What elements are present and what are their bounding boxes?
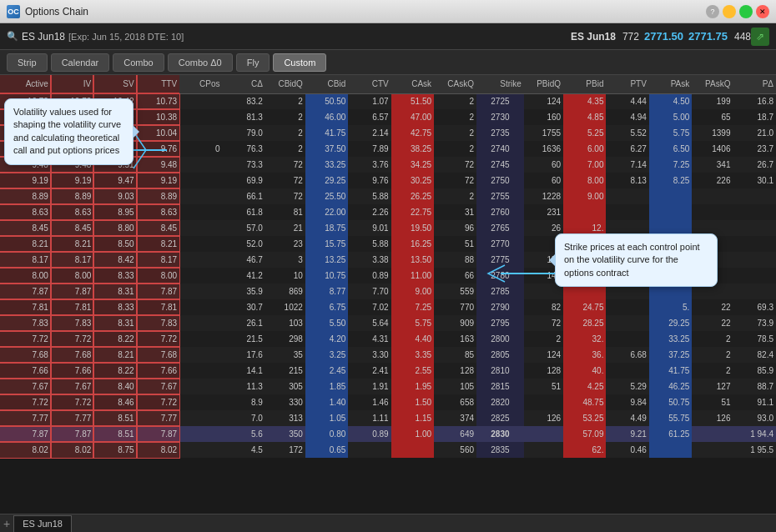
tooltip-strike-text: Strike prices at each control point on t…	[564, 242, 700, 278]
quote-volume: 448	[734, 31, 751, 43]
col-header-ttv: TTV	[137, 75, 179, 93]
tab-combo-delta[interactable]: Combo Δ0	[168, 53, 233, 72]
exp-label: [Exp: Jun 15, 2018 DTE: 10]	[68, 32, 571, 42]
col-header-paskq: PAskQ	[692, 75, 733, 93]
header-row: 🔍 ES Jun18 [Exp: Jun 15, 2018 DTE: 10] E…	[0, 23, 776, 50]
col-header-pask: PAsk	[649, 75, 692, 93]
quote-ask: 2771.75	[688, 30, 728, 43]
table-row: 8.898.899.038.8966.17225.505.8826.252275…	[0, 188, 776, 204]
table-row: 7.677.678.407.6711.33051.851.911.9510528…	[0, 379, 776, 394]
col-header-pa: PΔ	[733, 75, 777, 93]
tab-calendar[interactable]: Calendar	[51, 53, 110, 72]
window-title: Options Chain	[25, 6, 706, 18]
window-controls: ? ✕	[706, 5, 769, 18]
tab-fly[interactable]: Fly	[236, 53, 270, 72]
table-row: 9.199.199.479.1969.97229.259.7630.257227…	[0, 173, 776, 188]
bottom-bar: + ES Jun18	[0, 514, 776, 532]
title-bar: OC Options Chain ? ✕	[0, 0, 776, 23]
col-header-ptv: PTV	[606, 75, 648, 93]
table-row: 7.877.878.517.875.63500.800.891.00649283…	[0, 426, 776, 442]
table-row: 7.727.728.227.7221.52984.204.314.4016328…	[0, 331, 776, 347]
col-header-cpos: CPos	[179, 75, 222, 93]
app-icon: OC	[7, 5, 20, 18]
tooltip-volatility-text: Volatility values used for shaping the v…	[13, 107, 121, 155]
quote-symbol: ES Jun18	[571, 31, 616, 43]
table-row: 8.028.028.758.024.51720.65560283562.0.46…	[0, 442, 776, 458]
share-button[interactable]: ⇗	[751, 28, 769, 46]
table-row: 8.638.638.958.6361.88122.002.2622.753127…	[0, 204, 776, 220]
tooltip-strike: Strike prices at each control point on t…	[555, 233, 718, 287]
col-header-active: Active	[0, 75, 51, 93]
maximize-button[interactable]	[739, 5, 753, 18]
col-header-cbidq: CBidQ	[265, 75, 305, 93]
close-button[interactable]: ✕	[756, 5, 769, 18]
table-row: 7.727.728.467.728.93301.401.461.50658282…	[0, 394, 776, 410]
table-row: 7.837.838.317.8326.11035.505.645.7590927…	[0, 315, 776, 331]
col-header-cask: CAsk	[391, 75, 434, 93]
quote-last: 2771.50	[644, 30, 683, 43]
main-container: 🔍 ES Jun18 [Exp: Jun 15, 2018 DTE: 10] E…	[0, 23, 776, 532]
minimize-button[interactable]	[723, 5, 736, 18]
app-window: OC Options Chain ? ✕ 🔍 ES Jun18 [Exp: Ju…	[0, 0, 776, 532]
tab-strip[interactable]: Strip	[7, 53, 48, 72]
col-header-ca: CΔ	[223, 75, 265, 93]
tab-strip: Strip Calendar Combo Combo Δ0 Fly Custom	[0, 50, 776, 75]
table-row: 7.817.818.337.8130.710226.757.027.257702…	[0, 299, 776, 315]
tab-custom[interactable]: Custom	[273, 53, 326, 72]
quote-bid: 772	[622, 31, 639, 43]
col-header-ctv: CTV	[348, 75, 391, 93]
col-header-strike: Strike	[476, 75, 524, 93]
help-button[interactable]: ?	[706, 5, 719, 18]
symbol-label: ES Jun18	[22, 31, 65, 43]
search-icon: 🔍	[7, 31, 18, 42]
table-row: 7.667.668.227.6614.12152.452.412.5512828…	[0, 363, 776, 379]
add-tab-button[interactable]: +	[3, 517, 10, 530]
col-header-pbid: PBid	[563, 75, 606, 93]
col-header-iv: IV	[51, 75, 93, 93]
col-header-pbidq: PBidQ	[524, 75, 563, 93]
tab-combo[interactable]: Combo	[113, 53, 164, 72]
col-header-cbid: CBid	[305, 75, 348, 93]
bottom-tab-es[interactable]: ES Jun18	[13, 515, 72, 532]
table-row: 7.687.688.217.6817.6353.253.303.35852805…	[0, 347, 776, 363]
col-header-caskq: CAskQ	[434, 75, 476, 93]
tooltip-volatility: Volatility values used for shaping the v…	[4, 98, 134, 165]
col-header-sv: SV	[93, 75, 136, 93]
table-row: 7.777.778.517.777.03131.051.111.15374282…	[0, 410, 776, 426]
